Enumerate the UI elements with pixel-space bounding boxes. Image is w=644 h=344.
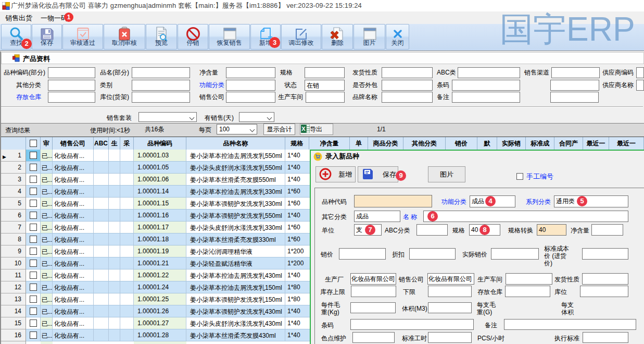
svg-text:X: X	[301, 126, 306, 132]
